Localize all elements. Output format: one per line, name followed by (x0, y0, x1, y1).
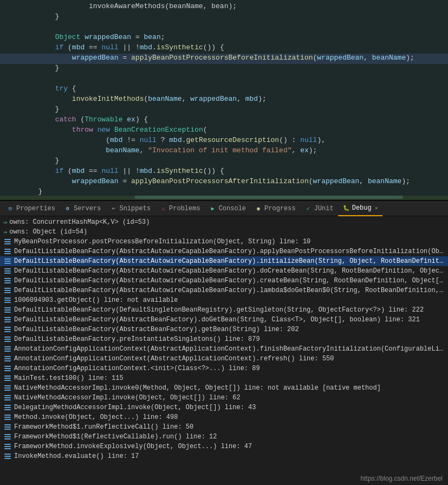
code-content: } (4, 64, 59, 72)
code-line: invokeAwareMethods(beanName, bean); (0, 2, 448, 12)
stack-frame-text: NativeMethodAccessorImpl.invoke0(Method,… (14, 384, 445, 392)
stack-frame-icon (3, 315, 12, 324)
code-line: wrappedBean = applyBeanPostProcessorsAft… (0, 177, 448, 187)
code-area: invokeAwareMethods(beanName, bean); } Ob… (0, 0, 448, 195)
stack-item[interactable]: DefaultListableBeanFactory(AbstractBeanF… (0, 325, 448, 334)
bottom-panel-wrapper: ⊞Properties⚙Servers✂Snippets⚠Problems▶Co… (0, 200, 448, 485)
stack-item[interactable]: InvokeMethod.evaluate() line: 17 (0, 451, 448, 461)
tab-properties[interactable]: ⊞Properties (2, 201, 60, 216)
code-content: wrappedBean = applyBeanPostProcessorsBef… (4, 54, 414, 62)
owns-arrow-icon: ⇒ (3, 228, 7, 236)
stack-frame-icon (3, 403, 12, 412)
stack-frame-text: DefaultListableBeanFactory(AbstractBeanF… (14, 326, 445, 333)
close-tab-button[interactable]: ✕ (375, 205, 378, 211)
stack-list[interactable]: ⇒ owns: ConcurrentHashMap<K,V> (id=53)⇒ … (0, 216, 448, 485)
stack-frame-text: DefaultListableBeanFactory(AbstractAutow… (14, 267, 445, 275)
code-line: } (0, 187, 448, 195)
stack-item[interactable]: 1006094903.getObject() line: not availab… (0, 295, 448, 305)
stack-frame-icon (3, 306, 12, 314)
stack-frame-icon (3, 354, 12, 363)
code-line: wrappedBean = applyBeanPostProcessorsBef… (0, 54, 448, 64)
stack-frame-text: MainTest.test100() line: 115 (14, 374, 445, 382)
code-content: invokeAwareMethods(beanName, bean); (4, 2, 237, 10)
tab-debug[interactable]: 🐛Debug✕ (338, 201, 382, 216)
stack-item[interactable]: MyBeanPostProcessor.postProcessBeforeIni… (0, 237, 448, 247)
stack-frame-icon (3, 442, 12, 451)
tab-label: Servers (74, 205, 101, 212)
stack-frame-text: MyBeanPostProcessor.postProcessBeforeIni… (14, 238, 445, 245)
tab-snippets[interactable]: ✂Snippets (105, 201, 155, 216)
code-line: throw new BeanCreationException( (0, 126, 448, 136)
stack-frame-text: DefaultListableBeanFactory(AbstractAutow… (14, 287, 445, 294)
stack-frame-text: AnnotationConfigApplicationContext.<init… (14, 365, 445, 372)
properties-tab-icon: ⊞ (7, 205, 14, 212)
code-content: } (4, 157, 59, 165)
stack-item[interactable]: DefaultListableBeanFactory(AbstractAutow… (0, 247, 448, 256)
stack-frame-text: DefaultListableBeanFactory.preInstantiat… (14, 335, 445, 343)
code-line: } (0, 105, 448, 115)
stack-item[interactable]: DelegatingMethodAccessorImpl.invoke(Obje… (0, 403, 448, 412)
tab-junit[interactable]: ✓JUnit (300, 201, 338, 216)
tab-label: Debug (352, 204, 372, 212)
stack-frame-text: FrameworkMethod.invokeExplosively(Object… (14, 443, 445, 450)
scrollbar-h[interactable] (0, 196, 448, 200)
tab-label: Properties (16, 205, 55, 212)
tab-progress[interactable]: ◉Progress (250, 201, 300, 216)
stack-item[interactable]: NativeMethodAccessorImpl.invoke(Object, … (0, 393, 448, 403)
code-content: } (4, 12, 59, 21)
stack-item[interactable]: DefaultListableBeanFactory(AbstractAutow… (0, 256, 448, 266)
code-line: try { (0, 85, 448, 95)
stack-frame-icon (3, 325, 12, 334)
console-tab-icon: ▶ (209, 205, 217, 212)
stack-item[interactable]: DefaultListableBeanFactory(AbstractBeanF… (0, 315, 448, 325)
stack-frame-text: DefaultListableBeanFactory(AbstractAutow… (14, 248, 445, 255)
code-content: catch (Throwable ex) { (4, 115, 148, 124)
code-line: Object wrappedBean = bean; (0, 33, 448, 43)
tab-label: Problems (169, 205, 200, 212)
stack-item[interactable]: DefaultListableBeanFactory.preInstantiat… (0, 334, 448, 344)
snippets-tab-icon: ✂ (109, 205, 117, 212)
tab-problems[interactable]: ⚠Problems (155, 201, 205, 216)
stack-frame-icon (3, 432, 12, 441)
code-content: } (4, 105, 59, 113)
stack-item[interactable]: AnnotationConfigApplicationContext(Abstr… (0, 344, 448, 354)
code-line: catch (Throwable ex) { (0, 115, 448, 126)
stack-frame-text: DefaultListableBeanFactory(AbstractBeanF… (14, 316, 445, 324)
stack-item[interactable]: Method.invoke(Object, Object...) line: 4… (0, 412, 448, 422)
stack-frame-icon (3, 364, 12, 373)
stack-frame-text: AnnotationConfigApplicationContext(Abstr… (14, 345, 445, 353)
tab-bar: ⊞Properties⚙Servers✂Snippets⚠Problems▶Co… (0, 201, 448, 216)
stack-item[interactable]: FrameworkMethod$1.runReflectiveCall() li… (0, 422, 448, 432)
stack-frame-icon (3, 267, 12, 275)
stack-frame-icon (3, 413, 12, 422)
stack-item[interactable]: DefaultListableBeanFactory(AbstractAutow… (0, 286, 448, 295)
stack-item[interactable]: AnnotationConfigApplicationContext(Abstr… (0, 354, 448, 364)
code-content: try { (4, 85, 76, 93)
code-line: beanName, "Invocation of init method fai… (0, 146, 448, 157)
stack-item[interactable]: DefaultListableBeanFactory(AbstractAutow… (0, 266, 448, 276)
tab-console[interactable]: ▶Console (205, 201, 250, 216)
code-content: if (mbd == null || !mbd.isSynthetic()) { (4, 167, 224, 175)
tab-servers[interactable]: ⚙Servers (60, 201, 105, 216)
code-content: throw new BeanCreationException( (4, 126, 207, 134)
stack-item[interactable]: MainTest.test100() line: 115 (0, 373, 448, 383)
tab-label: Progress (264, 205, 296, 212)
stack-item[interactable]: DefaultListableBeanFactory(DefaultSingle… (0, 305, 448, 315)
owns-line: ⇒ owns: Object (id=54) (0, 227, 448, 237)
stack-item[interactable]: FrameworkMethod.invokeExplosively(Object… (0, 442, 448, 451)
stack-frame-text: FrameworkMethod$1.runReflectiveCall() li… (14, 423, 445, 431)
stack-frame-icon (3, 374, 12, 383)
stack-item[interactable]: FrameworkMethod$1(ReflectiveCallable).ru… (0, 432, 448, 442)
code-content: beanName, "Invocation of init method fai… (4, 146, 317, 154)
code-line (0, 23, 448, 33)
stack-frame-text: DefaultListableBeanFactory(AbstractAutow… (14, 257, 445, 265)
code-content: (mbd != null ? mbd.getResourceDescriptio… (4, 136, 326, 144)
stack-item[interactable]: NativeMethodAccessorImpl.invoke0(Method,… (0, 383, 448, 393)
stack-item[interactable]: DefaultListableBeanFactory(AbstractAutow… (0, 276, 448, 286)
code-line: } (0, 157, 448, 167)
stack-frame-icon (3, 393, 12, 402)
scrollbar-thumb (134, 196, 403, 199)
stack-frame-text: 1006094903.getObject() line: not availab… (14, 296, 445, 304)
owns-text: owns: ConcurrentHashMap<K,V> (id=53) (9, 218, 150, 226)
stack-item[interactable]: AnnotationConfigApplicationContext.<init… (0, 364, 448, 373)
